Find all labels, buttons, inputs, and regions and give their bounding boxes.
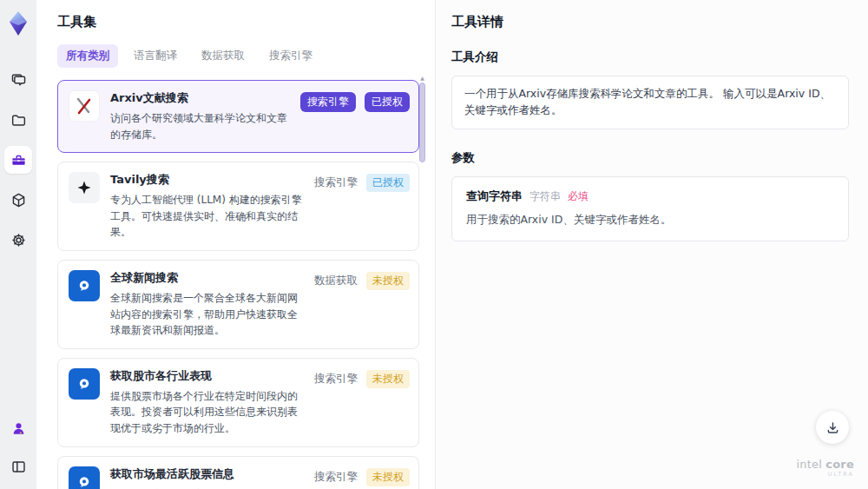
tool-description: 专为人工智能代理 (LLM) 构建的搜索引擎工具。可快速提供实时、准确和真实的结…	[110, 192, 307, 241]
gear-icon	[10, 232, 27, 248]
tool-card-global-news[interactable]: 全球新闻搜索 全球新闻搜索是一个聚合全球各大新闻网站内容的搜索引擎，帮助用户快速…	[57, 260, 419, 349]
sidebar-item-settings[interactable]	[4, 226, 32, 254]
tool-card-tavily[interactable]: Tavily搜索 专为人工智能代理 (LLM) 构建的搜索引擎工具。可快速提供实…	[57, 162, 419, 251]
auth-status-badge: 未授权	[366, 272, 410, 290]
auth-status-badge: 已授权	[366, 174, 410, 192]
list-scrollbar[interactable]: ▲	[419, 75, 425, 489]
intel-core-sub-label: ULTRA	[796, 472, 854, 478]
tool-description: 全球新闻搜索是一个聚合全球各大新闻网站内容的搜索引擎，帮助用户快速获取全球最新资…	[110, 290, 307, 339]
sidebar-item-models[interactable]	[4, 186, 32, 214]
user-icon	[10, 420, 27, 437]
params-section-title: 参数	[451, 150, 849, 166]
tool-name: 获取股市各行业表现	[110, 368, 307, 384]
sidebar-item-chat[interactable]	[4, 66, 32, 94]
tool-name: Tavily搜索	[110, 172, 307, 188]
category-label: 搜索引擎	[314, 372, 358, 387]
download-icon	[825, 420, 840, 435]
tool-card-active-stocks[interactable]: 获取市场最活跃股票信息 提供当天交易量最高的股票列表，投资者可以利用这些信息来识…	[57, 456, 419, 489]
scrollbar-up-arrow[interactable]: ▲	[419, 75, 425, 82]
parameter-name: 查询字符串	[466, 188, 523, 204]
tool-intro-text: 一个用于从Arxiv存储库搜索科学论文和文章的工具。 输入可以是Arxiv ID…	[451, 76, 849, 129]
intel-core-logo: intel core ULTRA	[796, 459, 854, 478]
folder-icon	[10, 112, 27, 129]
chat-icon	[10, 72, 27, 89]
category-label: 数据获取	[314, 274, 358, 288]
tool-card-list: Arxiv文献搜索 访问各个研究领域大量科学论文和文章的存储库。 搜索引擎 已授…	[57, 80, 419, 489]
tool-description: 提供当天交易量最高的股票列表，投资者可以利用这些信息来识别流动性强的股票和潜在的…	[110, 486, 307, 489]
details-title: 工具详情	[451, 14, 849, 30]
tool-card-sector-performance[interactable]: 获取股市各行业表现 提供股票市场各个行业在特定时间段内的表现。投资者可以利用这些…	[57, 358, 419, 447]
app-logo-icon	[6, 10, 30, 36]
panel-collapse-icon	[10, 459, 27, 475]
tab-all-categories[interactable]: 所有类别	[57, 44, 118, 68]
auth-status-badge: 未授权	[366, 370, 410, 388]
news-search-logo-icon	[69, 368, 100, 400]
tool-name: 全球新闻搜索	[110, 270, 307, 286]
app-window: 工具集 所有类别 语言翻译 数据获取 搜索引擎 Arxiv文献搜索 访问各个研究…	[0, 0, 868, 489]
sidebar-item-toolbox[interactable]	[4, 146, 32, 174]
tool-card-arxiv[interactable]: Arxiv文献搜索 访问各个研究领域大量科学论文和文章的存储库。 搜索引擎 已授…	[57, 80, 419, 153]
parameter-type: 字符串	[529, 189, 561, 204]
sidebar-item-files[interactable]	[4, 106, 32, 134]
tab-search-engine[interactable]: 搜索引擎	[260, 44, 321, 68]
tab-translation[interactable]: 语言翻译	[125, 44, 186, 68]
toolset-panel: 工具集 所有类别 语言翻译 数据获取 搜索引擎 Arxiv文献搜索 访问各个研究…	[36, 0, 436, 489]
category-label: 搜索引擎	[314, 470, 358, 485]
tool-name: 获取市场最活跃股票信息	[110, 466, 307, 482]
required-badge: 必填	[568, 189, 589, 204]
parameter-card: 查询字符串 字符串 必填 用于搜索的Arxiv ID、关键字或作者姓名。	[451, 176, 849, 241]
user-avatar[interactable]	[4, 414, 32, 442]
tool-details-panel: 工具详情 工具介绍 一个用于从Arxiv存储库搜索科学论文和文章的工具。 输入可…	[436, 0, 868, 489]
sidebar-rail	[0, 0, 36, 489]
download-button[interactable]	[816, 411, 849, 444]
toolbox-icon	[10, 152, 27, 169]
category-label: 搜索引擎	[314, 175, 358, 190]
auth-status-badge: 未授权	[366, 468, 410, 486]
tool-description: 提供股票市场各个行业在特定时间段内的表现。投资者可以利用这些信息来识别表现优于或…	[110, 388, 307, 437]
cube-icon	[10, 192, 27, 208]
tavily-star-icon	[69, 172, 100, 203]
news-search-logo-icon	[69, 270, 100, 301]
collapse-sidebar-button[interactable]	[4, 453, 32, 480]
tool-name: Arxiv文献搜索	[110, 90, 293, 106]
scrollbar-thumb[interactable]	[419, 83, 425, 162]
auth-status-badge: 已授权	[365, 92, 410, 112]
news-search-logo-icon	[69, 466, 100, 489]
category-badge: 搜索引擎	[300, 92, 356, 112]
page-title: 工具集	[57, 14, 435, 30]
parameter-description: 用于搜索的Arxiv ID、关键字或作者姓名。	[466, 213, 834, 228]
intro-section-title: 工具介绍	[451, 50, 849, 65]
tab-data-fetch[interactable]: 数据获取	[193, 44, 253, 68]
arxiv-logo-icon	[69, 90, 100, 122]
tool-description: 访问各个研究领域大量科学论文和文章的存储库。	[110, 110, 293, 142]
category-tabs: 所有类别 语言翻译 数据获取 搜索引擎	[57, 44, 435, 68]
